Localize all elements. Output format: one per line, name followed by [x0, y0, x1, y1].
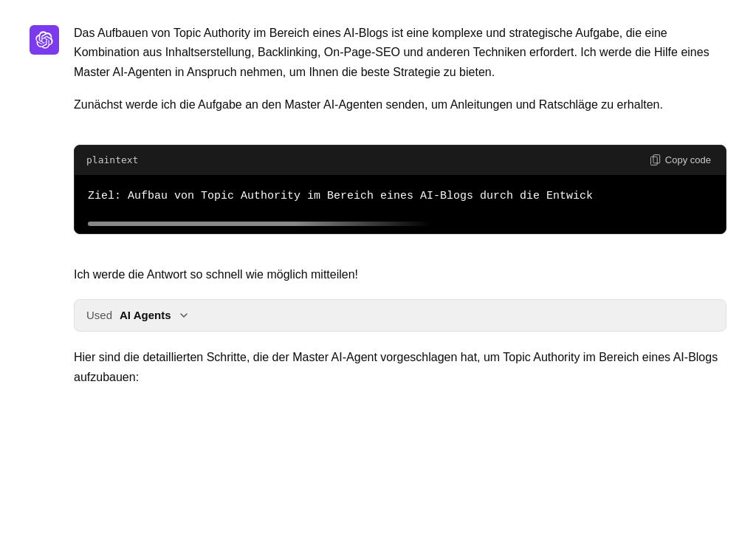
code-text: Ziel: Aufbau von Topic Authority im Bere…: [88, 188, 712, 205]
paragraph-2: Zunächst werde ich die Aufgabe an den Ma…: [74, 95, 726, 114]
svg-rect-0: [650, 157, 657, 165]
used-agents-name-label: AI Agents: [120, 307, 171, 324]
used-agents-pill[interactable]: Used AI Agents: [74, 299, 726, 332]
paragraph-3: Ich werde die Antwort so schnell wie mög…: [74, 265, 726, 284]
paragraph-4: Hier sind die detaillierten Schritte, di…: [74, 348, 726, 387]
avatar: [30, 25, 59, 55]
chevron-down-icon: [178, 309, 190, 321]
scrollbar-hint: [88, 222, 431, 226]
svg-rect-1: [653, 155, 660, 163]
code-block-body: Ziel: Aufbau von Topic Authority im Bere…: [75, 175, 726, 219]
openai-icon: [35, 31, 53, 49]
paragraph-1: Das Aufbauen von Topic Authority im Bere…: [74, 24, 726, 82]
page-container: Das Aufbauen von Topic Authority im Bere…: [0, 0, 756, 417]
used-agents-used-label: Used: [86, 307, 112, 324]
code-block: plaintext Copy code Ziel: Aufbau von Top…: [74, 145, 726, 234]
copy-code-label: Copy code: [665, 154, 711, 165]
code-lang-label: plaintext: [86, 153, 138, 168]
message-block: Das Aufbauen von Topic Authority im Bere…: [30, 24, 726, 387]
copy-code-button[interactable]: Copy code: [647, 153, 714, 168]
code-scrollbar-row: [75, 219, 726, 233]
code-block-header: plaintext Copy code: [75, 146, 726, 176]
message-content: Das Aufbauen von Topic Authority im Bere…: [74, 24, 726, 387]
copy-icon: [650, 154, 661, 166]
